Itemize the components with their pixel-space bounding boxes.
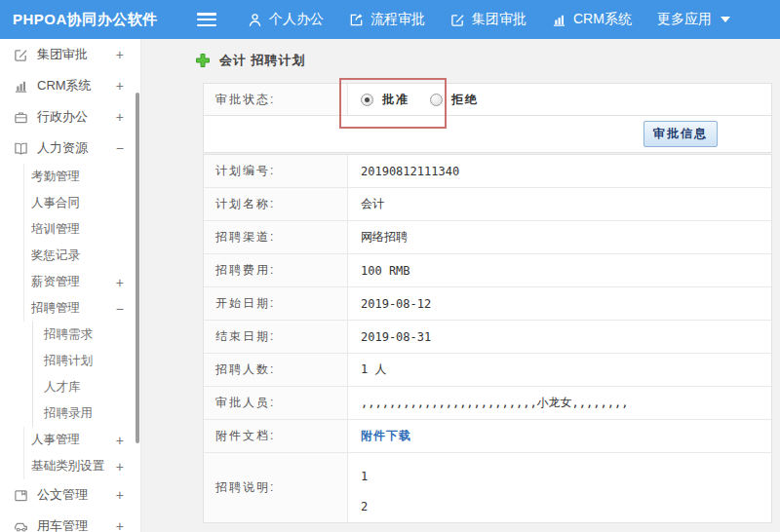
sidebar-item-reward-penalty[interactable]: 奖惩记录 <box>23 243 140 269</box>
sidebar-item-training[interactable]: 培训管理 <box>23 216 140 243</box>
nav-item-label: 更多应用 <box>657 11 712 28</box>
nav-item-2[interactable]: 集团审批 <box>450 11 526 28</box>
row-value-plan-number: 20190812111340 <box>348 155 771 187</box>
row-plan-number: 计划编号:20190812111340 <box>204 155 771 188</box>
row-label-headcount: 招聘人数: <box>204 354 348 386</box>
briefcase-icon <box>14 110 28 125</box>
collapse-icon[interactable]: − <box>116 301 124 317</box>
row-label-plan-number: 计划编号: <box>204 155 348 187</box>
sidebar-item-label: 考勤管理 <box>31 169 80 185</box>
nav-item-label: CRM系统 <box>573 11 632 28</box>
sidebar-item-label: 集团审批 <box>37 46 88 63</box>
description-line: 1 <box>361 462 368 492</box>
approval-status-label: 审批状态: <box>204 84 348 115</box>
top-bar: PHPOA协同办公软件 个人办公流程审批集团审批CRM系统更多应用 <box>0 0 780 39</box>
sidebar-item-label: 用车管理 <box>37 517 88 532</box>
attachment-download-link[interactable]: 附件下载 <box>361 428 411 444</box>
row-label-start-date: 开始日期: <box>204 287 348 320</box>
expand-icon[interactable]: + <box>116 47 124 62</box>
sidebar-item-salary[interactable]: 薪资管理+ <box>23 269 140 295</box>
row-value-cost: 100 RMB <box>348 254 771 286</box>
sidebar-item-attendance[interactable]: 考勤管理 <box>23 164 140 190</box>
sidebar-scrollbar[interactable] <box>136 93 139 443</box>
expand-icon[interactable]: + <box>116 275 124 290</box>
sidebar-item-label: 招聘管理 <box>31 300 80 317</box>
sidebar-menu: 集团审批+CRM系统+行政办公+人力资源−考勤管理人事合同培训管理奖惩记录薪资管… <box>0 39 140 532</box>
row-label-plan-name: 计划名称: <box>204 188 348 220</box>
row-plan-name: 计划名称:会计 <box>204 188 771 221</box>
chart-icon <box>14 79 28 94</box>
sidebar-item-crm-system[interactable]: CRM系统+ <box>0 70 140 101</box>
document-icon <box>14 488 28 503</box>
expand-icon[interactable]: + <box>116 518 124 532</box>
sidebar-item-label: 人力资源 <box>37 139 88 157</box>
sidebar-item-hr-management[interactable]: 人事管理+ <box>23 427 140 453</box>
row-label-description: 招聘说明: <box>204 453 348 522</box>
page-title-row: 会计 招聘计划 <box>195 52 306 69</box>
sidebar-item-group-approval[interactable]: 集团审批+ <box>0 39 140 70</box>
sidebar-item-recruitment[interactable]: 招聘管理− <box>23 295 140 322</box>
sidebar-item-base-category[interactable]: 基础类别设置+ <box>23 453 140 479</box>
row-headcount: 招聘人数:1 人 <box>204 354 771 387</box>
approval-status-row: 审批状态: 批准 拒绝 <box>204 84 771 116</box>
sidebar-item-talent-pool[interactable]: 人才库 <box>32 374 140 400</box>
row-value-description: 12 <box>348 453 771 522</box>
sidebar-item-label: 招聘计划 <box>44 353 93 369</box>
expand-icon[interactable]: + <box>116 459 124 475</box>
approval-info-button[interactable]: 审批信息 <box>644 121 718 147</box>
expand-icon[interactable]: + <box>116 78 124 94</box>
row-channel: 招聘渠道:网络招聘 <box>204 221 771 254</box>
sidebar-item-label: 行政办公 <box>37 108 88 126</box>
nav-item-3[interactable]: CRM系统 <box>552 11 632 28</box>
sidebar-item-admin-office[interactable]: 行政办公+ <box>0 101 140 133</box>
user-icon <box>248 13 262 27</box>
nav-item-4[interactable]: 更多应用 <box>657 11 730 28</box>
row-label-end-date: 结束日期: <box>204 321 348 353</box>
description-line: 2 <box>361 492 368 522</box>
sidebar-item-recruit-need[interactable]: 招聘需求 <box>32 322 140 348</box>
sidebar-item-recruit-hire[interactable]: 招聘录用 <box>32 400 140 427</box>
row-value-channel: 网络招聘 <box>348 221 771 253</box>
reject-radio-label: 拒绝 <box>451 92 479 108</box>
row-label-approvers: 审批人员: <box>204 387 348 419</box>
sidebar-item-hr-contract[interactable]: 人事合同 <box>23 190 140 216</box>
nav-item-1[interactable]: 流程审批 <box>349 11 425 28</box>
plan-detail-panel: 计划编号:20190812111340计划名称:会计招聘渠道:网络招聘招聘费用:… <box>203 154 772 523</box>
reject-radio[interactable] <box>430 94 443 106</box>
row-attachment: 附件文档:附件下载 <box>204 420 771 453</box>
row-start-date: 开始日期:2019-08-12 <box>204 287 771 321</box>
approval-button-row: 审批信息 <box>204 116 771 152</box>
nav-item-label: 个人办公 <box>269 11 324 28</box>
main-content: 会计 招聘计划 审批状态: 批准 拒绝 审批信息 计划编号:2019081211… <box>141 39 780 532</box>
sidebar-item-label: 人事合同 <box>31 195 80 211</box>
nav-item-0[interactable]: 个人办公 <box>248 11 324 28</box>
row-value-attachment: 附件下载 <box>348 420 771 452</box>
sidebar-item-car-management[interactable]: 用车管理+ <box>0 511 140 532</box>
sidebar-item-recruit-plan[interactable]: 招聘计划 <box>32 348 140 374</box>
sidebar: 集团审批+CRM系统+行政办公+人力资源−考勤管理人事合同培训管理奖惩记录薪资管… <box>0 39 141 532</box>
collapse-icon[interactable]: − <box>116 140 124 156</box>
sidebar-item-doc-management[interactable]: 公文管理+ <box>0 479 140 511</box>
sidebar-item-label: 招聘录用 <box>44 405 93 422</box>
chart-icon <box>552 13 566 27</box>
top-nav: 个人办公流程审批集团审批CRM系统更多应用 <box>248 11 730 28</box>
nav-item-label: 集团审批 <box>472 11 526 28</box>
process-icon <box>349 13 364 27</box>
row-label-channel: 招聘渠道: <box>204 221 348 253</box>
expand-icon[interactable]: + <box>116 433 124 448</box>
expand-icon[interactable]: + <box>116 487 124 503</box>
caret-down-icon <box>721 17 730 22</box>
edit-icon <box>450 13 465 27</box>
approve-radio[interactable] <box>361 94 373 106</box>
edit-icon <box>14 48 28 62</box>
hamburger-menu-icon[interactable] <box>197 13 216 26</box>
expand-icon[interactable]: + <box>116 109 124 125</box>
car-icon <box>14 519 28 532</box>
sidebar-item-label: 招聘需求 <box>44 326 93 343</box>
sidebar-item-label: 薪资管理 <box>31 274 80 290</box>
nav-item-label: 流程审批 <box>370 11 425 28</box>
row-approvers: 审批人员:,,,,,,,,,,,,,,,,,,,,,,,,,小龙女,,,,,,,… <box>204 387 771 420</box>
row-value-headcount: 1 人 <box>348 354 771 386</box>
sidebar-item-label: CRM系统 <box>37 77 92 95</box>
sidebar-item-human-resources[interactable]: 人力资源− <box>0 133 140 164</box>
